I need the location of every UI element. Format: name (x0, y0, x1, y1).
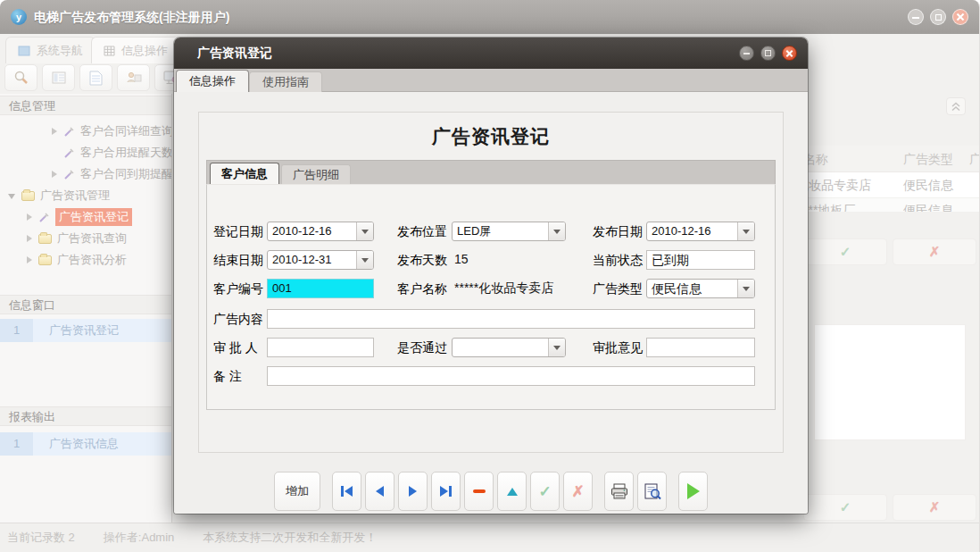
form-button[interactable] (42, 64, 75, 91)
opinion-field[interactable] (646, 338, 755, 357)
tree-item-label: 广告资讯分析 (57, 252, 127, 268)
play-icon (687, 483, 700, 499)
tree-item-customer-contract-detail-query[interactable]: 客户合同详细查询 (0, 121, 171, 142)
dialog-tab-user-guide[interactable]: 使用指南 (249, 71, 322, 92)
post-button[interactable]: ✓ (530, 472, 560, 511)
dialog-tab-info-operation[interactable]: 信息操作 (176, 70, 249, 92)
status-field[interactable]: 已到期 (646, 250, 755, 270)
status-record-count: 当前记录数 2 (7, 530, 75, 546)
tree-item-label: 广告资讯查询 (57, 230, 127, 247)
dialog-titlebar[interactable]: 广告资讯登记 (174, 38, 808, 69)
tab-system-navigation[interactable]: 系统导航 (5, 37, 96, 63)
approver-field[interactable] (267, 338, 374, 357)
dropdown-arrow-icon[interactable] (356, 251, 373, 269)
remark-label: 备 注 (213, 366, 242, 386)
combobox-value: 2010-12-16 (647, 222, 737, 240)
combobox-value: 2010-12-31 (268, 251, 356, 269)
square-icon (18, 46, 30, 56)
run-button[interactable] (678, 472, 708, 511)
minimize-button[interactable] (908, 9, 924, 25)
cust-no-label: 客户编号 (213, 279, 263, 298)
customer-info-tabpage: 登记日期 2010-12-16 发布位置 LED屏 发布日期 2010-12-1… (206, 184, 776, 410)
collapse-panel-button[interactable] (946, 97, 966, 115)
print-button[interactable] (604, 472, 634, 511)
check-icon: ✓ (538, 482, 551, 501)
next-record-icon (409, 486, 417, 497)
form-tab-ad-detail[interactable]: 广告明细 (281, 164, 351, 185)
form-heading: 广告资讯登记 (199, 124, 783, 149)
end-date-label: 结束日期 (213, 250, 263, 270)
x-icon: ✗ (571, 482, 584, 501)
tool-icon (63, 169, 75, 180)
reject-button[interactable]: ✗ (893, 238, 976, 265)
tree-item-ad-info-analysis[interactable]: 广告资讯分析 (0, 249, 171, 271)
last-record-button[interactable] (431, 472, 461, 511)
form-panel: 广告资讯登记 客户信息 广告明细 登记日期 2010-12-16 发布位置 LE… (198, 112, 784, 453)
table-row[interactable]: 化妆品专卖店 便民信息 (801, 172, 980, 197)
dropdown-arrow-icon[interactable] (356, 222, 373, 240)
combobox-value: LED屏 (453, 222, 548, 240)
dialog-body: 广告资讯登记 客户信息 广告明细 登记日期 2010-12-16 发布位置 LE… (174, 92, 808, 514)
main-toolbar (4, 64, 187, 93)
edit-record-button[interactable] (497, 472, 527, 511)
dropdown-arrow-icon[interactable] (737, 280, 754, 297)
end-date-combobox[interactable]: 2010-12-31 (267, 250, 374, 270)
document-button[interactable] (79, 64, 112, 91)
reg-date-combobox[interactable]: 2010-12-16 (267, 222, 374, 241)
prev-record-icon (376, 486, 384, 497)
document-icon (89, 71, 103, 86)
tree-item-label: 客户合同详细查询 (80, 123, 172, 139)
users-button[interactable] (117, 64, 150, 91)
maximize-button[interactable] (930, 9, 946, 25)
print-preview-icon (644, 483, 661, 500)
approve-button[interactable]: ✓ (803, 238, 887, 265)
cancel-button[interactable]: ✗ (563, 472, 593, 511)
search-button[interactable] (4, 64, 37, 91)
delete-record-button[interactable] (464, 472, 494, 511)
tree-item-label: 客户合同到期提醒 (80, 166, 172, 182)
pass-combobox[interactable] (452, 338, 566, 357)
caret-up-icon (507, 488, 518, 496)
print-preview-button[interactable] (637, 472, 667, 511)
ad-type-combobox[interactable]: 便民信息 (646, 279, 755, 298)
add-button[interactable]: 增加 (274, 472, 320, 511)
close-button[interactable] (952, 9, 968, 25)
report-output-item[interactable]: 1 广告资讯信息 (0, 432, 171, 456)
dropdown-arrow-icon[interactable] (737, 222, 754, 240)
info-window-item[interactable]: 1 广告资讯登记 (0, 319, 171, 342)
dialog-maximize-button[interactable] (760, 46, 776, 61)
tree-item-customer-contract-reminder-days[interactable]: 客户合用提醒天数 (0, 142, 171, 163)
dialog-minimize-button[interactable] (739, 46, 754, 61)
item-index: 1 (0, 432, 33, 456)
dropdown-arrow-icon[interactable] (548, 222, 565, 240)
tool-icon (63, 147, 75, 159)
sidebar: 信息管理 客户合同详细查询 客户合用提醒天数 客户合同到期提醒 广告资讯管理 (0, 94, 172, 523)
first-record-button[interactable] (332, 472, 361, 511)
pub-days-value: 15 (454, 249, 469, 269)
reject-button[interactable]: ✗ (893, 494, 976, 521)
ad-content-field[interactable] (267, 309, 755, 329)
next-record-button[interactable] (398, 472, 428, 511)
customer-number-field[interactable]: 001 (267, 279, 374, 298)
form-tab-customer-info[interactable]: 客户信息 (210, 163, 279, 185)
section-header-info-window: 信息窗口 (0, 295, 171, 314)
tab-information-operation[interactable]: 信息操作 (91, 37, 180, 63)
dialog-close-button[interactable] (782, 46, 797, 61)
approve-button[interactable]: ✓ (803, 494, 887, 521)
status-operator: 操作者:Admin (104, 530, 174, 546)
remark-field[interactable] (267, 366, 755, 386)
pub-pos-combobox[interactable]: LED屏 (452, 222, 566, 241)
status-bar: 当前记录数 2 操作者:Admin 本系统支持二次开发和全新开发！ (0, 523, 979, 552)
tree-item-ad-info-register[interactable]: 广告资讯登记 (0, 206, 171, 228)
prev-record-button[interactable] (365, 472, 394, 511)
dialog-tab-bar: 信息操作 使用指南 (174, 69, 808, 92)
table-row[interactable]: ***地板厂 便民信息 (801, 198, 980, 212)
pub-date-label: 发布日期 (593, 222, 643, 241)
app-logo: y (11, 9, 27, 25)
status-label: 当前状态 (593, 250, 643, 270)
tree-item-ad-info-query[interactable]: 广告资讯查询 (0, 228, 171, 249)
dropdown-arrow-icon[interactable] (548, 339, 565, 356)
tree-item-customer-contract-expiry-reminder[interactable]: 客户合同到期提醒 (0, 163, 171, 185)
tree-item-ad-info-management[interactable]: 广告资讯管理 (0, 185, 171, 206)
pub-date-combobox[interactable]: 2010-12-16 (646, 222, 755, 241)
